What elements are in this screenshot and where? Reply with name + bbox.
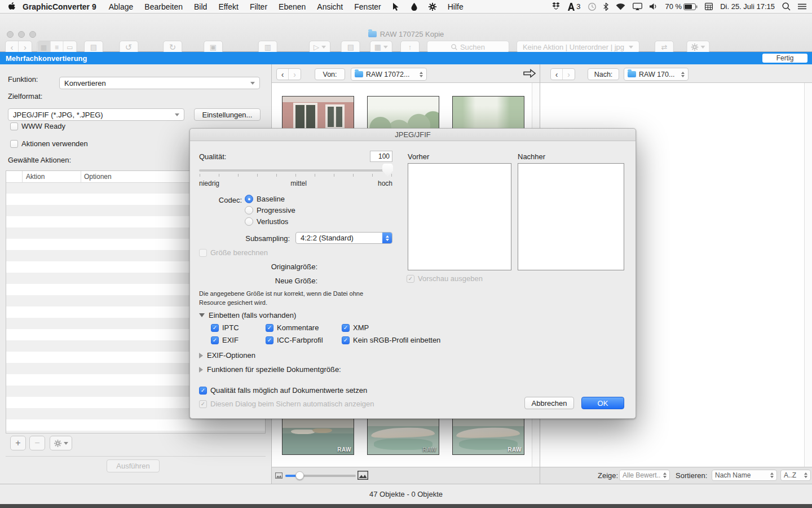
checkbox-checked-icon[interactable] (199, 387, 207, 395)
search-field[interactable]: Suchen (427, 41, 509, 53)
sortieren-popup[interactable]: Nach Name (712, 470, 777, 481)
zielformat-popup[interactable]: JPEG/JFIF (*.JPG, *.JPEG) (8, 108, 184, 121)
volume-status-icon[interactable] (650, 3, 658, 10)
column-optionen[interactable]: Optionen (84, 173, 112, 181)
view-list-icon[interactable]: ≡ (51, 41, 64, 53)
checkbox-checked-icon[interactable] (266, 336, 273, 344)
menubar-clock[interactable]: Di. 25. Juli 17:15 (720, 2, 775, 11)
menu-ablage[interactable]: Ablage (103, 2, 139, 11)
checkbox-checked-icon[interactable] (342, 336, 350, 344)
back-icon[interactable]: ‹ (551, 69, 563, 80)
xmp-checkbox[interactable]: XMP (342, 323, 369, 332)
add-action-button[interactable]: + (10, 436, 26, 450)
dest-folder-popup[interactable]: RAW 170... (624, 68, 689, 81)
menu-effekt[interactable]: Effekt (213, 2, 244, 11)
dest-nav-buttons[interactable]: ‹ › (550, 68, 575, 80)
nach-button[interactable]: Nach: (588, 68, 619, 80)
aktionen-verwenden-checkbox[interactable]: Aktionen verwenden (10, 139, 88, 148)
subsampling-popup[interactable]: 4:2:2 (Standard) (295, 232, 392, 244)
source-nav-buttons[interactable]: ‹ › (276, 68, 301, 80)
thumbnail-boat-1[interactable]: RAW (367, 418, 439, 455)
exif-checkbox[interactable]: EXIF (211, 336, 239, 344)
funktion-popup[interactable]: Konvertieren (59, 77, 260, 89)
thumbnail-boat-2[interactable]: RAW (452, 418, 524, 455)
checkbox-checked-icon[interactable] (211, 324, 219, 332)
menu-hilfe[interactable]: Hilfe (442, 2, 469, 11)
triangle-down-icon[interactable] (199, 313, 205, 317)
qualitaet-dokumentwerte-checkbox[interactable]: Qualität falls möglich auf Dokumentwerte… (199, 386, 367, 395)
checkbox-icon[interactable] (10, 140, 18, 148)
vorschau-ausgeben-checkbox[interactable]: Vorschau ausgeben (407, 274, 483, 283)
source-folder-popup[interactable]: RAW 17072... (351, 68, 427, 81)
menu-fenster[interactable]: Fenster (348, 2, 386, 11)
checkbox-disabled-checked-icon[interactable] (199, 400, 207, 408)
menu-ebenen[interactable]: Ebenen (273, 2, 311, 11)
back-icon[interactable]: ‹ (277, 69, 289, 80)
action-gear-button[interactable] (50, 436, 72, 450)
iptc-checkbox[interactable]: IPTC (211, 323, 239, 332)
wifi-status-icon[interactable] (616, 3, 625, 10)
airplay-status-icon[interactable] (633, 3, 642, 10)
einstellungen-button[interactable]: Einstellungen... (194, 108, 261, 121)
radio-progressive[interactable]: Progressive (245, 206, 295, 214)
triangle-right-icon[interactable] (199, 353, 203, 358)
bluetooth-status-icon[interactable] (603, 3, 608, 11)
icc-farbprofil-checkbox[interactable]: ICC-Farbprofil (266, 336, 323, 344)
menu-bild[interactable]: Bild (188, 2, 213, 11)
www-ready-checkbox[interactable]: WWW Ready (10, 122, 65, 130)
radio-icon[interactable] (245, 206, 253, 214)
notification-center-icon[interactable] (798, 3, 806, 10)
von-button[interactable]: Von: (315, 68, 345, 80)
radio-baseline[interactable]: Baseline (245, 195, 285, 203)
battery-status[interactable]: 70 % (665, 2, 698, 11)
dest-scrollbar[interactable] (804, 83, 812, 467)
menu-ansicht[interactable]: Ansicht (311, 2, 348, 11)
checkbox-checked-icon[interactable] (211, 336, 219, 344)
checkbox-icon[interactable] (199, 249, 207, 257)
qualitaet-value-field[interactable]: 100 (370, 151, 392, 162)
kein-srgb-checkbox[interactable]: Kein sRGB-Profil einbetten (342, 336, 440, 344)
ausfuehren-button[interactable]: Ausführen (107, 459, 160, 472)
menu-filter[interactable]: Filter (244, 2, 273, 11)
funktionen-disclosure[interactable]: Funktionen für spezielle Dokumentgröße: (199, 365, 341, 374)
time-machine-status-icon[interactable] (588, 3, 596, 11)
gear-menu-icon[interactable] (423, 3, 442, 11)
exif-optionen-disclosure[interactable]: EXIF-Optionen (199, 351, 255, 360)
app-a-status-icon[interactable]: 3 (568, 2, 580, 11)
groesse-berechnen-checkbox[interactable]: Größe berechnen (199, 248, 268, 257)
forward-icon[interactable]: › (19, 41, 32, 53)
quality-slider[interactable] (199, 169, 392, 172)
resize-cursor-menu-icon[interactable] (387, 3, 405, 11)
kommentare-checkbox[interactable]: Kommentare (266, 323, 319, 332)
dialog-titlebar[interactable]: JPEG/JFIF (190, 129, 636, 141)
checkbox-checked-icon[interactable] (342, 324, 350, 332)
fertig-button[interactable]: Fertig (762, 54, 807, 63)
menu-bearbeiten[interactable]: Bearbeiten (139, 2, 188, 11)
triangle-right-icon[interactable] (199, 367, 203, 373)
remove-action-button[interactable]: − (29, 436, 45, 450)
view-cover-icon[interactable]: ▭ (64, 41, 77, 53)
abbrechen-button[interactable]: Abbrechen (524, 397, 574, 409)
radio-verlustlos[interactable]: Verlustlos (245, 217, 288, 226)
column-aktion[interactable]: Aktion (26, 173, 45, 181)
forward-icon[interactable]: › (289, 69, 301, 80)
checkbox-checked-icon[interactable] (266, 324, 273, 332)
zeige-popup[interactable]: Alle Bewert... (619, 470, 670, 481)
back-icon[interactable]: ‹ (6, 41, 19, 53)
aktion-format-popup[interactable]: Keine Aktion | Unterordner | jpg (517, 41, 639, 53)
thumbnail-marina[interactable]: RAW (282, 418, 354, 455)
calendar-status-icon[interactable] (705, 3, 713, 10)
dropbox-status-icon[interactable] (551, 2, 561, 11)
sort-order-popup[interactable]: A..Z (780, 470, 811, 481)
checkbox-icon[interactable] (10, 122, 18, 130)
einbetten-disclosure[interactable]: Einbetten (falls vorhanden) (199, 311, 296, 319)
droplet-menu-icon[interactable] (405, 3, 423, 11)
checkbox-disabled-checked-icon[interactable] (407, 275, 414, 283)
dialog-anzeigen-checkbox[interactable]: Diesen Dialog beim Sichern automatisch a… (199, 400, 374, 408)
thumbnail-zoom-slider[interactable] (285, 475, 356, 477)
app-menu-name[interactable]: GraphicConverter 9 (16, 2, 103, 11)
view-grid-icon[interactable]: ▦ (38, 41, 51, 53)
slider-knob[interactable] (295, 471, 304, 480)
spotlight-search-icon[interactable] (782, 2, 791, 11)
radio-selected-icon[interactable] (245, 195, 253, 203)
